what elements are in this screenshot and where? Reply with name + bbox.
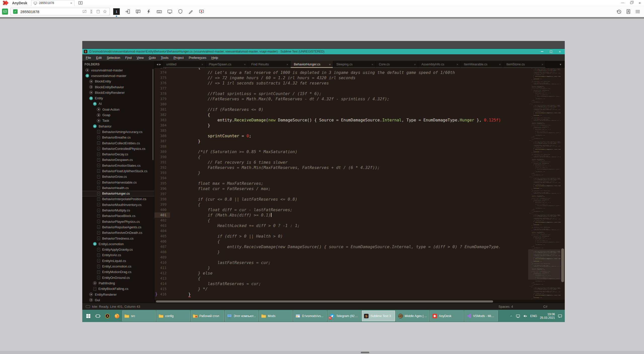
code-line-390[interactable]: 390 { [154,154,528,160]
menu-help[interactable]: Help [209,56,221,60]
taskbar-button-src[interactable]: src [122,311,156,321]
file-entitylocomotion-cs[interactable]: ‹›EntityLocomotion.cs [82,263,154,269]
folder-gui[interactable]: Gui [82,297,154,303]
status-indentation[interactable]: Spaces: 4 [499,305,513,308]
code-line-408[interactable]: 408 } [154,249,528,255]
editor-tab-sleeping-cs[interactable]: Sleeping.cs× [333,61,376,68]
code-line-391[interactable]: 391 // Fat recovery is 6 times slower [154,160,528,165]
code-line-411[interactable]: 411 } [154,265,528,271]
anydesk-session-tab[interactable]: 285501878 × [31,0,74,6]
code-line-404[interactable]: 404 [154,228,528,234]
menu-edit[interactable]: Edit [94,56,104,60]
menu-find[interactable]: Find [123,56,134,60]
code-line-399[interactable]: 399 { [154,202,528,207]
tab-close-icon[interactable]: × [244,63,246,66]
code-line-397[interactable]: 397 [154,191,528,197]
display-icon[interactable] [167,9,173,14]
status-syntax[interactable]: C# [543,305,547,308]
files-icon[interactable] [96,9,100,14]
code-line-376[interactable]: 376 // => 1 irl seconds substracts 1/4.3… [154,80,528,86]
taskbar-button-sublime-text-3[interactable]: SSublime Text 3 [362,311,395,321]
file-entityinair-cs[interactable]: ‹›EntityInAir.cs [82,252,154,258]
taskbar-button-mods[interactable]: Mods [259,311,293,321]
code-line-406[interactable]: 406 { [154,239,528,244]
taskbar-button-anydesk[interactable]: AnyDesk [430,311,464,321]
code-line-414[interactable]: 414 lastFatReserves = cur; [154,281,528,286]
file-entityapplygravity-cs[interactable]: ‹›EntityApplyGravity.cs [82,247,154,252]
file-behaviortiredness-cs[interactable]: ‹›BehaviorTiredness.cs [82,236,154,241]
editor-tab-untitled[interactable]: untitled× [163,61,206,68]
code-line-415[interactable]: 415 } */ [154,286,528,292]
code-line-401[interactable]: 401 if (Math.Abs(diff) >= 0.1) [154,212,528,218]
code-line-374[interactable]: 374 // Let's say a fat reserve of 1000 i… [154,70,528,75]
file-behaviorcontrolledphysics-cs[interactable]: ‹›BehaviorControlledPhysics.cs [82,146,154,151]
folder-vsessentialsmod-master[interactable]: vsessentialsmod-master [82,73,154,78]
file-behaviorrepulseagents-cs[interactable]: ‹›BehaviorRepulseAgents.cs [82,224,154,230]
tab-close-icon[interactable]: × [286,63,288,66]
file-behavioraimingaccuracy-cs[interactable]: ‹›BehaviorAimingAccuracy.cs [82,129,154,135]
file-behaviorfloatupwhenstuck-cs[interactable]: ‹›BehaviorFloatUpWhenStuck.cs [82,168,154,174]
code-line-385[interactable]: 385 [154,128,528,133]
file-behavioremotionstates-cs[interactable]: ‹›BehaviorEmotionStates.cs [82,163,154,168]
code-line-380[interactable]: 380 [154,102,528,107]
code-line-409[interactable]: 409 [154,255,528,260]
code-line-375[interactable]: 375 // => 72 ingame hours / 60 = 1.2 irl… [154,75,528,80]
folder-vssurvivalmod-master[interactable]: vssurvivalmod-master [82,67,154,73]
folder-pathfinding[interactable]: Pathfinding [82,280,154,286]
editor-tab-playerspawn-cs[interactable]: PlayerSpawn.cs× [206,61,248,68]
menu-icon[interactable] [635,9,640,14]
code-line-373[interactable]: 373 { [154,68,528,70]
editor-tab-itemwearable-cs[interactable]: ItemWearable.cs× [461,61,503,68]
keyboard-icon[interactable] [156,9,162,14]
language-indicator[interactable]: ENG [530,314,537,318]
tab-close-icon[interactable]: × [456,63,458,66]
code-line-416[interactable]: 416} } [154,292,528,297]
file-behaviorreviveondeath-cs[interactable]: ‹›BehaviorReviveOnDeath.cs [82,230,154,236]
file-entityonground-cs[interactable]: ‹›EntityOnGround.cs [82,275,154,280]
tab-close-icon[interactable]: × [499,63,501,66]
tab-close-icon[interactable]: × [201,63,203,66]
address-book-icon[interactable] [626,9,631,14]
code-line-412[interactable]: 412 } else [154,271,528,276]
taskbar-button-рабочий-стол[interactable]: Рабочий стол [191,311,224,321]
vertical-scrollbar[interactable] [561,248,564,282]
horizontal-scrollbar-handle[interactable] [156,300,493,302]
tab-overflow-dropdown-icon[interactable]: ▼ [559,63,565,66]
tab-close-icon[interactable]: × [329,63,331,66]
menu-project[interactable]: Project [171,56,186,60]
file-behaviorharvestable-cs[interactable]: ‹›BehaviorHarvestable.cs [82,180,154,185]
editor-tab-assemblyinfo-cs[interactable]: AssemblyInfo.cs× [418,61,461,68]
sublime-close-button[interactable]: × [559,50,561,54]
folder-entityrenderer[interactable]: EntityRenderer [82,292,154,297]
menu-file[interactable]: File [83,56,94,60]
editor-tab-behaviorhunger-cs[interactable]: BehaviorHunger.cs× [291,61,333,68]
code-line-388[interactable]: 388 [154,144,528,149]
volume-muted-icon[interactable] [523,314,528,318]
display-tray-icon[interactable] [516,314,520,318]
start-button[interactable] [84,310,93,322]
task-view-button[interactable] [93,310,103,322]
code-line-382[interactable]: 382 { [154,112,528,117]
tab-close-icon[interactable]: × [371,63,373,66]
sublime-titlebar[interactable]: S D:\vsmods\mods\vsessentialsmod-master\… [82,49,565,54]
action-center-icon[interactable] [558,314,562,318]
editor-tab-itemstone-cs[interactable]: ItemStone.cs× [503,61,546,68]
code-line-394[interactable]: 394 [154,175,528,181]
code-line-377[interactable]: 377 [154,86,528,91]
code-line-398[interactable]: 398 if (cur <= 0.8 || lastFatReserves <=… [154,197,528,202]
code-line-384[interactable]: 384 } [154,123,528,128]
chat-icon[interactable] [135,9,141,14]
menu-selection[interactable]: Selection [104,56,123,60]
taskbar-button-config[interactable]: config [156,311,190,321]
code-line-387[interactable]: 387 } [154,139,528,144]
code-line-383[interactable]: 383 entity.ReceiveDamage(new DamageSourc… [154,117,528,123]
folder-task[interactable]: Task [82,118,154,123]
monitor-1-tab[interactable]: 1 [113,8,120,15]
code-line-386[interactable]: 386 sprintCounter = 0; [154,133,528,139]
minimize-button[interactable] [618,0,627,6]
folder-ai[interactable]: AI [82,101,154,107]
close-button[interactable]: × [635,0,644,6]
file-entityinliquid-cs[interactable]: ‹›EntityInLiquid.cs [82,258,154,263]
clock[interactable]: 19:06 25.03.2021 [540,313,555,320]
menu-view[interactable]: View [134,56,146,60]
